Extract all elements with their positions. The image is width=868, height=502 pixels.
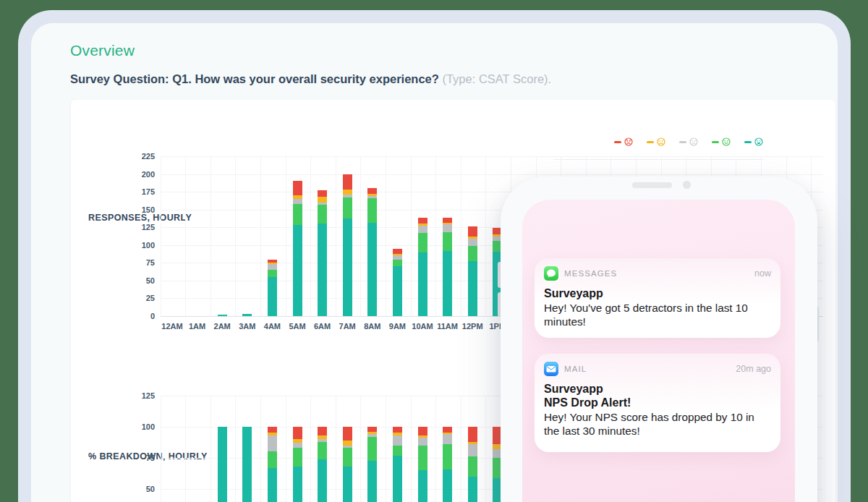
survey-question-text: Survey Question: Q1. How was your overal… — [70, 72, 439, 85]
notification-title: Surveyapp — [544, 287, 771, 300]
bar-segment-amazing-12pm — [468, 261, 477, 316]
legend-dash — [647, 141, 654, 143]
bar-segment-okay-9am — [393, 435, 402, 446]
bar-segment-okay-11am — [443, 434, 452, 444]
bar-segment-amazing-9am — [393, 456, 402, 502]
bar-segment-bad-10am — [418, 435, 427, 438]
legend-dash — [614, 141, 621, 143]
bar-segment-terrible-8am — [367, 427, 377, 432]
bar-segment-bad-9am — [393, 433, 402, 435]
bar-segment-good-5am — [293, 204, 302, 225]
legend-item-grin[interactable] — [744, 137, 763, 146]
notification-time: now — [754, 268, 771, 278]
legend-item-neutral[interactable] — [679, 137, 698, 146]
phone-screen: MESSAGES now Surveyapp Hey! You've got 5… — [522, 200, 795, 502]
bar-segment-terrible-11am — [443, 218, 452, 224]
bar-segment-terrible-10am — [418, 218, 427, 224]
gridline — [411, 156, 412, 316]
bar-segment-amazing-6am — [318, 224, 327, 316]
gridline — [336, 156, 336, 316]
notification-app-label: MESSAGES — [564, 269, 749, 278]
bar-segment-amazing-4am — [268, 468, 277, 502]
bar-segment-amazing-2am — [218, 427, 227, 502]
bar-segment-okay-6am — [318, 203, 327, 205]
bar-segment-good-6am — [318, 205, 327, 224]
bar-segment-amazing-3am — [242, 427, 252, 502]
bar-segment-good-4am — [268, 270, 277, 277]
gridline — [435, 156, 436, 316]
y-axis-tick-label: 75 — [116, 454, 155, 462]
bar-segment-terrible-12pm — [468, 427, 477, 442]
csat-legend — [614, 137, 763, 146]
bar-segment-terrible-5am — [293, 181, 302, 195]
notification-messages[interactable]: MESSAGES now Surveyapp Hey! You've got 5… — [535, 258, 780, 338]
phone-notch — [610, 176, 705, 197]
y-axis-tick-label: 200 — [116, 170, 155, 179]
gridline — [485, 156, 486, 316]
y-axis-tick-label: 0 — [116, 312, 155, 320]
bar-segment-amazing-9am — [393, 266, 402, 316]
bar-segment-okay-12pm — [468, 239, 477, 246]
gridline — [260, 396, 261, 502]
bar-segment-okay-7am — [343, 195, 352, 197]
gridline — [336, 396, 336, 502]
bar-segment-good-12pm — [468, 456, 477, 477]
bar-segment-bad-10am — [418, 224, 427, 226]
grin-face-icon — [754, 137, 763, 146]
bar-segment-good-5am — [293, 448, 302, 467]
bar-segment-bad-11am — [443, 223, 452, 224]
bar-segment-bad-6am — [318, 435, 327, 439]
y-axis-tick-label: 225 — [116, 152, 155, 161]
bar-segment-good-4am — [268, 451, 277, 468]
bar-segment-okay-5am — [293, 199, 302, 204]
bar-segment-bad-11am — [443, 433, 452, 434]
bar-segment-okay-4am — [268, 435, 277, 452]
legend-item-sad[interactable] — [647, 137, 665, 146]
gridline — [161, 156, 161, 316]
gridline — [260, 156, 261, 316]
sad-face-icon — [657, 137, 665, 146]
bar-segment-bad-9am — [393, 254, 402, 255]
legend-dash — [712, 141, 719, 143]
bar-segment-amazing-11am — [443, 469, 452, 502]
phone-speaker — [632, 182, 672, 188]
notification-app-label: MAIL — [564, 365, 730, 373]
bar-segment-bad-8am — [367, 194, 377, 196]
bar-segment-bad-7am — [343, 190, 352, 195]
notification-mail[interactable]: MAIL 20m ago Surveyapp NPS Drop Alert! H… — [535, 354, 780, 452]
bar-segment-good-10am — [418, 446, 427, 471]
bar-segment-okay-10am — [418, 438, 427, 445]
legend-item-angry[interactable] — [614, 137, 633, 146]
bar-segment-terrible-11am — [443, 427, 452, 433]
legend-item-smile[interactable] — [712, 137, 731, 146]
bar-segment-terrible-6am — [318, 190, 327, 197]
gridline — [360, 396, 361, 502]
bar-segment-amazing-4am — [268, 277, 277, 316]
bar-segment-okay-5am — [293, 443, 302, 448]
smile-face-icon — [722, 137, 731, 146]
y-axis-tick-label: 150 — [116, 205, 155, 214]
bar-segment-terrible-5am — [293, 427, 302, 439]
bar-segment-okay-10am — [418, 226, 427, 233]
survey-type-note: (Type: CSAT Score). — [442, 72, 551, 85]
bar-segment-amazing-12pm — [468, 477, 477, 502]
y-axis-tick-label: 125 — [116, 391, 155, 400]
gridline — [161, 396, 161, 502]
bar-segment-terrible-8am — [367, 188, 377, 194]
bar-segment-terrible-4am — [268, 260, 277, 263]
bar-segment-okay-7am — [343, 446, 352, 448]
bar-segment-terrible-12pm — [468, 226, 477, 237]
notification-body: Hey! You've got 5 detractors in the last… — [544, 302, 771, 328]
bar-segment-terrible-7am — [343, 174, 352, 190]
bar-segment-okay-6am — [318, 439, 327, 441]
y-axis-tick-label: 125 — [116, 223, 155, 231]
notification-subtitle: NPS Drop Alert! — [544, 396, 771, 409]
bar-segment-okay-8am — [367, 434, 377, 436]
gridline — [435, 396, 436, 502]
y-axis-tick-label: 175 — [116, 187, 155, 196]
bar-segment-terrible-4am — [268, 427, 277, 433]
gridline — [310, 396, 311, 502]
gridline — [210, 396, 211, 502]
gridline — [286, 156, 286, 316]
bar-segment-amazing-7am — [343, 467, 352, 502]
